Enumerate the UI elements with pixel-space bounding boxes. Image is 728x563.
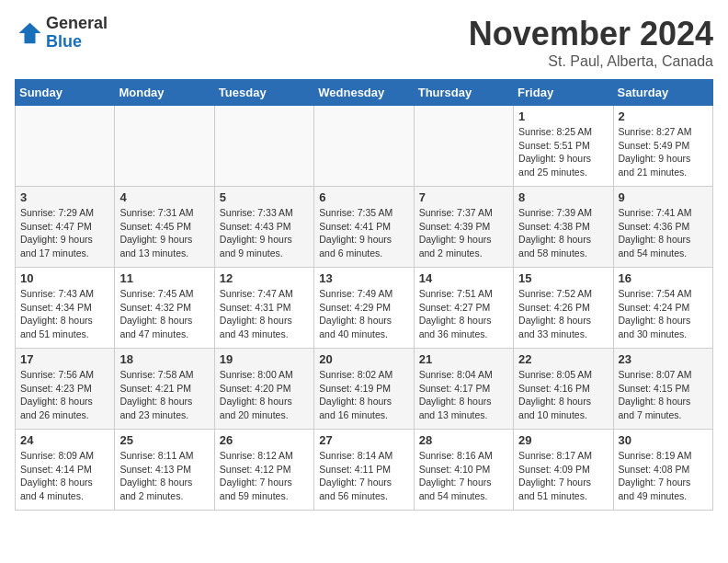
day-info: Sunrise: 7:35 AM Sunset: 4:41 PM Dayligh… <box>319 206 408 260</box>
day-number: 30 <box>619 433 708 447</box>
calendar-cell: 18Sunrise: 7:58 AM Sunset: 4:21 PM Dayli… <box>115 349 214 430</box>
day-number: 23 <box>619 352 708 366</box>
calendar-cell: 1Sunrise: 8:25 AM Sunset: 5:51 PM Daylig… <box>514 106 613 187</box>
calendar-cell <box>214 106 313 187</box>
day-info: Sunrise: 8:17 AM Sunset: 4:09 PM Dayligh… <box>518 449 608 503</box>
day-info: Sunrise: 8:12 AM Sunset: 4:12 PM Dayligh… <box>220 449 309 503</box>
calendar-table: SundayMondayTuesdayWednesdayThursdayFrid… <box>15 79 713 511</box>
calendar-cell: 29Sunrise: 8:17 AM Sunset: 4:09 PM Dayli… <box>514 430 613 511</box>
calendar-cell: 24Sunrise: 8:09 AM Sunset: 4:14 PM Dayli… <box>16 430 115 511</box>
calendar-cell: 16Sunrise: 7:54 AM Sunset: 4:24 PM Dayli… <box>613 268 712 349</box>
day-number: 22 <box>518 352 608 366</box>
calendar-cell: 26Sunrise: 8:12 AM Sunset: 4:12 PM Dayli… <box>214 430 313 511</box>
day-number: 3 <box>20 190 109 204</box>
day-info: Sunrise: 8:07 AM Sunset: 4:15 PM Dayligh… <box>619 368 708 422</box>
day-info: Sunrise: 7:29 AM Sunset: 4:47 PM Dayligh… <box>20 206 109 260</box>
day-info: Sunrise: 7:51 AM Sunset: 4:27 PM Dayligh… <box>419 287 508 341</box>
day-info: Sunrise: 8:16 AM Sunset: 4:10 PM Dayligh… <box>419 449 508 503</box>
day-info: Sunrise: 8:09 AM Sunset: 4:14 PM Dayligh… <box>20 449 109 503</box>
day-number: 11 <box>119 271 209 285</box>
logo-icon <box>15 19 42 47</box>
day-number: 26 <box>220 433 309 447</box>
calendar-cell: 23Sunrise: 8:07 AM Sunset: 4:15 PM Dayli… <box>613 349 712 430</box>
calendar-cell: 8Sunrise: 7:39 AM Sunset: 4:38 PM Daylig… <box>514 187 613 268</box>
day-number: 1 <box>518 109 608 123</box>
day-info: Sunrise: 7:45 AM Sunset: 4:32 PM Dayligh… <box>119 287 209 341</box>
week-row-2: 3Sunrise: 7:29 AM Sunset: 4:47 PM Daylig… <box>16 187 713 268</box>
calendar-cell: 3Sunrise: 7:29 AM Sunset: 4:47 PM Daylig… <box>16 187 115 268</box>
day-number: 16 <box>619 271 708 285</box>
title-block: November 2024 St. Paul, Alberta, Canada <box>469 15 713 70</box>
calendar-cell: 13Sunrise: 7:49 AM Sunset: 4:29 PM Dayli… <box>314 268 414 349</box>
calendar-cell: 15Sunrise: 7:52 AM Sunset: 4:26 PM Dayli… <box>514 268 613 349</box>
calendar-cell <box>414 106 513 187</box>
header-day-friday: Friday <box>514 80 613 106</box>
calendar-body: 1Sunrise: 8:25 AM Sunset: 5:51 PM Daylig… <box>16 106 713 511</box>
day-number: 5 <box>220 190 309 204</box>
calendar-cell: 28Sunrise: 8:16 AM Sunset: 4:10 PM Dayli… <box>414 430 513 511</box>
calendar-cell: 11Sunrise: 7:45 AM Sunset: 4:32 PM Dayli… <box>115 268 214 349</box>
day-number: 9 <box>619 190 708 204</box>
header-day-thursday: Thursday <box>414 80 513 106</box>
calendar-cell: 12Sunrise: 7:47 AM Sunset: 4:31 PM Dayli… <box>214 268 313 349</box>
day-info: Sunrise: 7:33 AM Sunset: 4:43 PM Dayligh… <box>220 206 309 260</box>
day-info: Sunrise: 8:05 AM Sunset: 4:16 PM Dayligh… <box>518 368 608 422</box>
header-day-wednesday: Wednesday <box>314 80 414 106</box>
header-day-monday: Monday <box>115 80 214 106</box>
calendar-cell: 14Sunrise: 7:51 AM Sunset: 4:27 PM Dayli… <box>414 268 513 349</box>
calendar-cell: 2Sunrise: 8:27 AM Sunset: 5:49 PM Daylig… <box>613 106 712 187</box>
day-info: Sunrise: 8:14 AM Sunset: 4:11 PM Dayligh… <box>319 449 408 503</box>
header-day-sunday: Sunday <box>16 80 115 106</box>
day-info: Sunrise: 8:25 AM Sunset: 5:51 PM Dayligh… <box>518 125 608 179</box>
calendar-cell <box>115 106 214 187</box>
day-info: Sunrise: 7:43 AM Sunset: 4:34 PM Dayligh… <box>20 287 109 341</box>
week-row-5: 24Sunrise: 8:09 AM Sunset: 4:14 PM Dayli… <box>16 430 713 511</box>
logo-blue: Blue <box>46 33 108 52</box>
calendar-cell: 20Sunrise: 8:02 AM Sunset: 4:19 PM Dayli… <box>314 349 414 430</box>
day-info: Sunrise: 7:58 AM Sunset: 4:21 PM Dayligh… <box>119 368 209 422</box>
header-day-saturday: Saturday <box>613 80 712 106</box>
day-info: Sunrise: 7:31 AM Sunset: 4:45 PM Dayligh… <box>119 206 209 260</box>
logo-general: General <box>46 15 108 33</box>
day-number: 15 <box>518 271 608 285</box>
day-info: Sunrise: 7:37 AM Sunset: 4:39 PM Dayligh… <box>419 206 508 260</box>
day-info: Sunrise: 7:52 AM Sunset: 4:26 PM Dayligh… <box>518 287 608 341</box>
day-number: 29 <box>518 433 608 447</box>
day-info: Sunrise: 7:49 AM Sunset: 4:29 PM Dayligh… <box>319 287 408 341</box>
page-header: General Blue November 2024 St. Paul, Alb… <box>15 15 713 70</box>
day-number: 28 <box>419 433 508 447</box>
day-number: 14 <box>419 271 508 285</box>
day-info: Sunrise: 8:19 AM Sunset: 4:08 PM Dayligh… <box>619 449 708 503</box>
calendar-header: SundayMondayTuesdayWednesdayThursdayFrid… <box>16 80 713 106</box>
day-info: Sunrise: 7:54 AM Sunset: 4:24 PM Dayligh… <box>619 287 708 341</box>
day-number: 24 <box>20 433 109 447</box>
day-number: 25 <box>119 433 209 447</box>
day-number: 12 <box>220 271 309 285</box>
week-row-4: 17Sunrise: 7:56 AM Sunset: 4:23 PM Dayli… <box>16 349 713 430</box>
header-day-tuesday: Tuesday <box>214 80 313 106</box>
day-number: 17 <box>20 352 109 366</box>
day-number: 27 <box>319 433 408 447</box>
day-number: 2 <box>619 109 708 123</box>
day-number: 10 <box>20 271 109 285</box>
month-title: November 2024 <box>469 15 713 53</box>
calendar-cell: 30Sunrise: 8:19 AM Sunset: 4:08 PM Dayli… <box>613 430 712 511</box>
day-number: 7 <box>419 190 508 204</box>
calendar-cell: 6Sunrise: 7:35 AM Sunset: 4:41 PM Daylig… <box>314 187 414 268</box>
logo: General Blue <box>15 15 108 52</box>
day-number: 8 <box>518 190 608 204</box>
calendar-cell <box>314 106 414 187</box>
logo-text: General Blue <box>46 15 108 52</box>
day-info: Sunrise: 7:41 AM Sunset: 4:36 PM Dayligh… <box>619 206 708 260</box>
day-info: Sunrise: 7:39 AM Sunset: 4:38 PM Dayligh… <box>518 206 608 260</box>
day-info: Sunrise: 7:56 AM Sunset: 4:23 PM Dayligh… <box>20 368 109 422</box>
calendar-cell: 27Sunrise: 8:14 AM Sunset: 4:11 PM Dayli… <box>314 430 414 511</box>
calendar-cell <box>16 106 115 187</box>
day-number: 18 <box>119 352 209 366</box>
header-row: SundayMondayTuesdayWednesdayThursdayFrid… <box>16 80 713 106</box>
calendar-cell: 25Sunrise: 8:11 AM Sunset: 4:13 PM Dayli… <box>115 430 214 511</box>
day-info: Sunrise: 7:47 AM Sunset: 4:31 PM Dayligh… <box>220 287 309 341</box>
calendar-cell: 4Sunrise: 7:31 AM Sunset: 4:45 PM Daylig… <box>115 187 214 268</box>
day-info: Sunrise: 8:27 AM Sunset: 5:49 PM Dayligh… <box>619 125 708 179</box>
calendar-cell: 10Sunrise: 7:43 AM Sunset: 4:34 PM Dayli… <box>16 268 115 349</box>
